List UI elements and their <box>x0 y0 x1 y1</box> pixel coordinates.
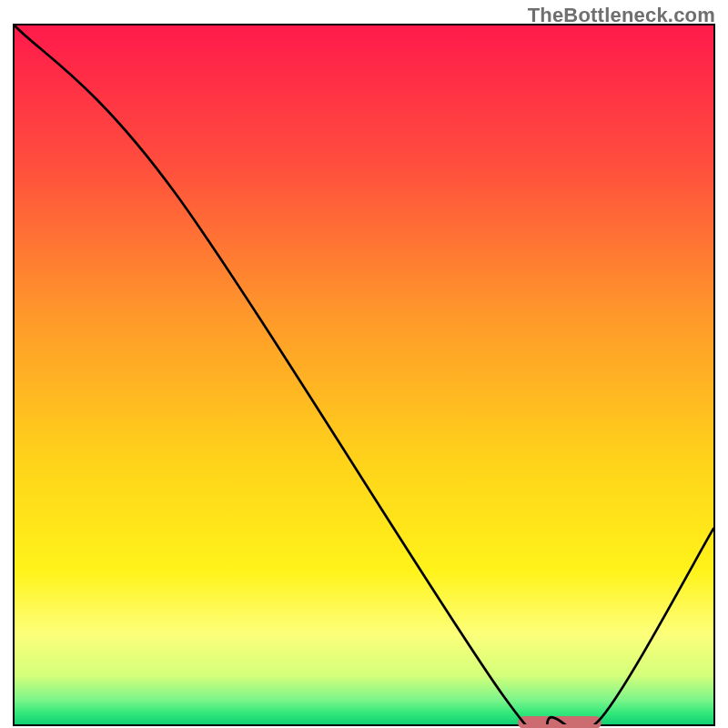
bottleneck-curve <box>15 25 713 724</box>
chart-frame <box>13 24 715 726</box>
bottleneck-curve-path <box>15 25 713 724</box>
